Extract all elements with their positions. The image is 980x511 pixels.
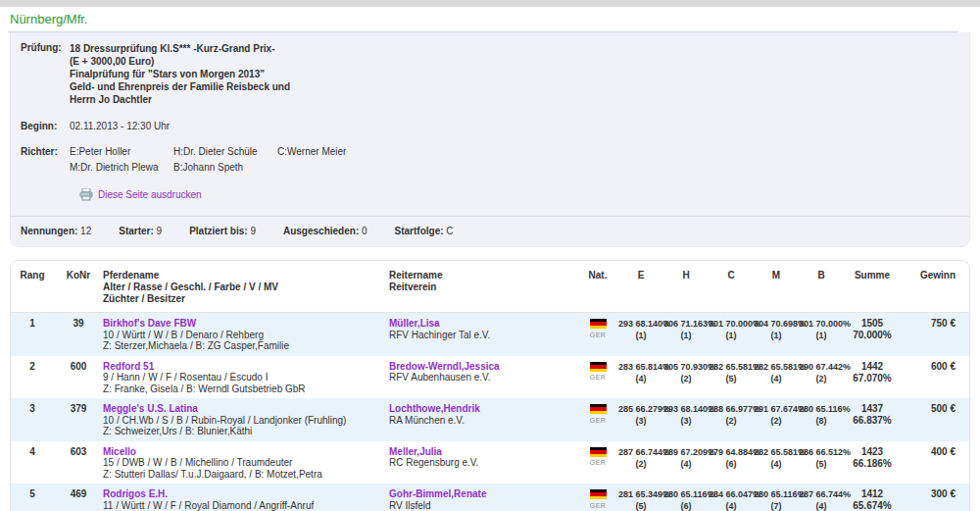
- competition-info-panel: Prüfung: 18 Dressurprüfung Kl.S*** -Kurz…: [10, 32, 970, 247]
- rider-link[interactable]: Meller,Julia: [389, 446, 442, 457]
- score-cell: 282 65.581% (4): [754, 361, 799, 395]
- judge: C:Werner Meier: [277, 146, 381, 157]
- summe-percent: 66.837%: [853, 415, 891, 426]
- nat-code: GER: [577, 502, 618, 510]
- summe-cell: 1505 70.000%: [844, 318, 901, 352]
- pruefung-row: Prüfung: 18 Dressurprüfung Kl.S*** -Kurz…: [11, 42, 969, 106]
- judge: E:Peter Holler: [70, 146, 173, 157]
- score-cell: 284 66.047% (4): [709, 488, 754, 511]
- rider-cell: Lochthowe,Hendrik RA München e.V.: [389, 403, 577, 437]
- horse-cell: Rodrigos E.H. 11 / Württ / W / F / Royal…: [103, 488, 389, 511]
- rider-club: RFV Aubenhausen e.V.: [389, 372, 571, 383]
- beginn-value: 02.11.2013 - 12:30 Uhr: [70, 121, 170, 131]
- horse-number-cell: 603: [54, 446, 103, 481]
- horse-link[interactable]: Micello: [103, 446, 136, 457]
- table-row: 1 39 Birkhof's Dave FBW 10 / Württ / W /…: [11, 313, 969, 356]
- richter-label: Richter:: [11, 146, 70, 157]
- score-cell: 291 67.674% (2): [754, 403, 799, 437]
- summe-cell: 1412 65.674%: [844, 488, 901, 511]
- stat-item: Starter: 9: [119, 226, 162, 236]
- score-cell: 305 70.930% (2): [663, 361, 709, 395]
- score-cell: 287 66.744% (4): [799, 488, 844, 511]
- score-cell: 304 70.698% (1): [754, 318, 799, 352]
- horse-breeder: Z: Sterzer,Michaela / B: ZG Casper,Famil…: [103, 340, 383, 352]
- horse-link[interactable]: Meggle's U.S. Latina: [103, 403, 198, 414]
- col-header-summe: Summe: [844, 270, 901, 305]
- horse-details: 9 / Hann / W / F / Rosentau / Escudo I: [103, 372, 383, 383]
- rank-cell: 3: [11, 403, 54, 437]
- score-rank: (4): [754, 458, 799, 470]
- summe-percent: 70.000%: [853, 330, 891, 340]
- pruefung-label: Prüfung:: [11, 42, 70, 106]
- score-cell: 287 66.744% (2): [618, 446, 663, 481]
- nat-code: GER: [577, 459, 618, 467]
- col-header-rang: Rang: [11, 270, 54, 305]
- score-value: 280 65.116%: [799, 404, 851, 414]
- col-header-rider: Reitername Reitverein: [389, 270, 577, 305]
- rider-link[interactable]: Bredow-Werndl,Jessica: [389, 361, 500, 372]
- rank-cell: 5: [11, 488, 54, 511]
- horse-link[interactable]: Rodrigos E.H.: [103, 488, 168, 499]
- score-rank: (5): [618, 500, 663, 511]
- nat-code: GER: [577, 332, 618, 339]
- score-cell: 280 65.116% (8): [799, 403, 844, 437]
- score-rank: (8): [799, 415, 844, 427]
- score-rank: (6): [663, 500, 709, 511]
- nat-cell: GER: [577, 318, 618, 352]
- summe-points: 1442: [861, 361, 883, 372]
- horse-link[interactable]: Birkhof's Dave FBW: [103, 318, 196, 329]
- score-cell: 283 65.814% (4): [618, 361, 663, 395]
- col-header-h: H: [663, 270, 709, 305]
- score-cell: 285 66.279% (3): [618, 403, 663, 437]
- table-row: 4 603 Micello 15 / DWB / W / B / Michell…: [11, 441, 969, 485]
- score-rank: (1): [799, 330, 844, 341]
- rider-link[interactable]: Lochthowe,Hendrik: [389, 403, 480, 414]
- summe-percent: 65.674%: [853, 500, 891, 511]
- table-row: 3 379 Meggle's U.S. Latina 10 / CH.Wb / …: [11, 398, 969, 441]
- horse-breeder: Z: Schweizer,Urs / B: Blunier,Käthi: [103, 426, 383, 437]
- rider-link[interactable]: Gohr-Bimmel,Renate: [389, 488, 486, 499]
- score-rank: (1): [663, 330, 709, 341]
- gewinn-cell: 400 €: [901, 446, 969, 481]
- pruefung-line: Finalprüfung für "Stars von Morgen 2013": [70, 68, 290, 80]
- print-page-link[interactable]: Diese Seite ausdrucken: [70, 188, 202, 201]
- table-row: 5 469 Rodrigos E.H. 11 / Württ / W / F /…: [11, 484, 969, 511]
- horse-details: 15 / DWB / W / B / Michellino / Traumdeu…: [103, 457, 383, 469]
- score-cell: 280 65.116% (6): [663, 488, 709, 511]
- nat-cell: GER: [577, 446, 618, 481]
- judges-line-2: M:Dr. Dietrich PlewaB:Johann Speth: [70, 162, 277, 173]
- rank-cell: 4: [11, 446, 54, 481]
- rider-cell: Müller,Lisa RFV Hachinger Tal e.V.: [389, 318, 577, 352]
- print-page-label: Diese Seite ausdrucken: [98, 189, 202, 200]
- judges-line-1: E:Peter HollerH:Dr. Dieter SchüleC:Werne…: [70, 146, 381, 157]
- table-row: 2 600 Redford 51 9 / Hann / W / F / Rose…: [11, 356, 969, 399]
- gewinn-cell: 600 €: [901, 361, 969, 395]
- score-cell: 280 65.116% (7): [754, 488, 799, 511]
- rank-cell: 1: [11, 318, 54, 352]
- stat-item: Startfolge: C: [395, 226, 454, 236]
- horse-link[interactable]: Redford 51: [103, 361, 154, 372]
- stat-item: Ausgeschieden: 0: [283, 226, 368, 236]
- rider-club: RV Ilsfeld: [389, 500, 571, 511]
- col-header-m: M: [754, 270, 799, 305]
- col-header-e: E: [618, 270, 663, 305]
- scores-group: 283 65.814% (4) 305 70.930% (2) 282 65.5…: [618, 361, 844, 395]
- col-header-nat: Nat.: [577, 270, 618, 305]
- score-rank: (3): [663, 415, 709, 427]
- horse-details: 10 / CH.Wb / S / B / Rubin-Royal / Landj…: [103, 415, 383, 427]
- score-cell: 293 68.140% (3): [663, 403, 709, 437]
- score-cell: 288 66.977% (2): [709, 403, 754, 437]
- pruefung-line: (E + 3000,00 Euro): [70, 55, 290, 68]
- horse-breeder: Z: Franke, Gisela / B: Werndl Gutsbetrie…: [103, 383, 383, 395]
- summe-cell: 1423 66.186%: [844, 446, 901, 481]
- richter-row-1: Richter: E:Peter HollerH:Dr. Dieter Schü…: [11, 146, 969, 157]
- horse-cell: Micello 15 / DWB / W / B / Michellino / …: [103, 446, 389, 481]
- rider-link[interactable]: Müller,Lisa: [389, 318, 440, 329]
- score-value: 280 65.116%: [754, 489, 806, 499]
- score-cell: 279 64.884% (6): [709, 446, 754, 481]
- score-rank: (2): [618, 458, 663, 470]
- pruefung-line: 18 Dressurprüfung Kl.S*** -Kurz-Grand Pr…: [70, 42, 290, 55]
- horse-breeder: Z: Stutteri Dallas/ T.u.J.Daigaard, / B:…: [103, 469, 383, 481]
- score-cell: 282 65.581% (5): [709, 361, 754, 395]
- horse-number-cell: 39: [54, 318, 103, 352]
